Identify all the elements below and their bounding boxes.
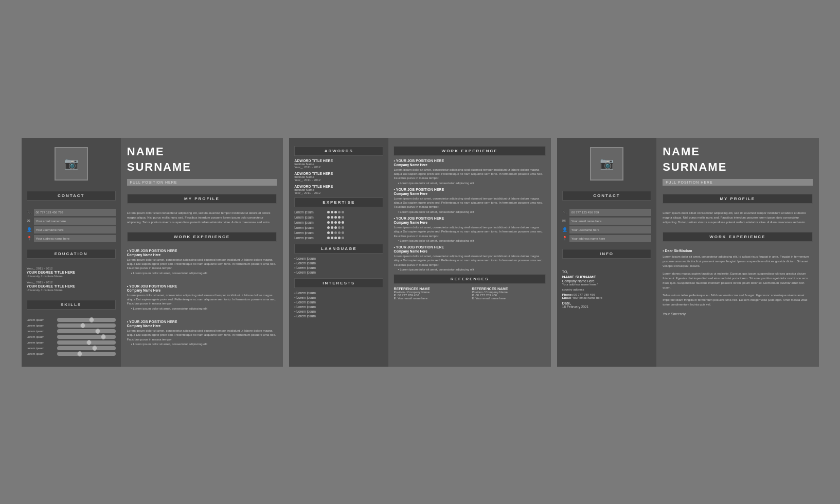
location-icon-3: 📍 <box>562 236 567 241</box>
adwords-header: ADWORDS <box>294 146 383 156</box>
references-list: REFERENCES NAME Position / Company Name … <box>394 287 545 300</box>
contact-header-1: CONTACT <box>27 191 116 201</box>
main-col-3: NAME SURNAME FULL POSITION HERE MY PROFI… <box>656 138 818 367</box>
interests-list: Lorem ipsum Lorem ipsum Lorem ipsum Lore… <box>294 291 383 318</box>
resume-container: CONTACT 📞 00 777 123 456 789 ✉ Your emai… <box>22 138 819 367</box>
work-header-3: WORK EXPERIENCE <box>663 232 812 242</box>
edu-year-2: Year_, 2011 - 2012 <box>27 281 116 284</box>
edu-degree-1: YOUR DEGREE TITLE HERE <box>27 271 116 274</box>
profile-text-1: Lorem ipsum dolor sitset consectetur adi… <box>127 211 277 225</box>
job-3-1: Dear Sir/Madam Lorem ipsum dolor sit ame… <box>663 249 812 316</box>
sincerely-3: Your Sincerely <box>663 312 812 316</box>
adwords-list: ADWORD TITLE HERE Institute Name Year_, … <box>294 159 383 194</box>
main-col-1: NAME SURNAME FULL POSITION HERE MY PROFI… <box>121 138 283 367</box>
surname-3: SURNAME <box>663 161 812 173</box>
contact-email-3: ✉ Your email name here <box>562 218 651 225</box>
contact-header-3: CONTACT <box>562 191 651 201</box>
photo-placeholder-1 <box>55 147 88 181</box>
col-left-2: ADWORDS ADWORD TITLE HERE Institute Name… <box>289 138 388 367</box>
ref-2: REFERENCES NAME Position / Company Name … <box>472 287 546 300</box>
adword-3: ADWORD TITLE HERE Institute Name Year_, … <box>294 185 383 194</box>
contact-phone-3: 📞 00 777 123 456 789 <box>562 209 651 216</box>
photo-placeholder-3 <box>590 147 623 181</box>
expertise-header: EXPERTISE <box>294 197 383 207</box>
work-header-2: WORK EXPERIENCE <box>394 146 545 156</box>
location-icon-1: 📍 <box>27 236 32 241</box>
resume-card-3: CONTACT 📞 00 777 123 456 789 ✉ Your emai… <box>557 138 819 367</box>
job-2-1: YOUR JOB POSITION HERE Company Name Here… <box>394 159 545 185</box>
job-1-1: YOUR JOB POSITION HERE Company Name Here… <box>127 249 277 277</box>
edu-inst-1: University / Institute Name <box>27 275 116 278</box>
contact-address-3: 📍 Your address name here <box>562 235 651 242</box>
education-list-1: Year_, 2011 - 2012 YOUR DEGREE TITLE HER… <box>27 267 116 295</box>
edu-degree-2: YOUR DEGREE TITLE HERE <box>27 284 116 288</box>
interests-header: INTERESTS <box>294 278 383 288</box>
edu-year-1: Year_, 2011 - 2012 <box>27 267 116 270</box>
skills-list-1: Lorem ipsum Lorem ipsum Lorem ipsum Lore… <box>27 318 116 357</box>
job-1-2: YOUR JOB POSITION HERE Company Name Here… <box>127 284 277 313</box>
contact-list-3: 📞 00 777 123 456 789 ✉ Your email name h… <box>562 209 651 244</box>
expertise-list: Lorem ipsum Lorem ipsum Lorem ipsum Lore… <box>294 210 383 240</box>
contact-user-3: 👤 Your username here <box>562 226 651 233</box>
ref-1: REFERENCES NAME Position / Company Name … <box>394 287 468 300</box>
education-header-1: EDUCATION <box>27 249 116 259</box>
edu-inst-2: University / Institute Name <box>27 289 116 292</box>
phone-icon-1: 📞 <box>27 210 32 214</box>
user-icon-1: 👤 <box>27 227 32 232</box>
resume-card-1: CONTACT 📞 00 777 123 456 789 ✉ Your emai… <box>22 138 283 367</box>
contact-email-1: ✉ Your email name here <box>27 218 116 225</box>
resume-card-2: ADWORDS ADWORD TITLE HERE Institute Name… <box>289 138 551 367</box>
info-header-3: INFO <box>562 249 651 259</box>
position-1: FULL POSITION HERE <box>127 179 277 186</box>
phone-icon-3: 📞 <box>562 210 567 214</box>
contact-address-1: 📍 Your address name here <box>27 235 116 242</box>
position-3: FULL POSITION HERE <box>663 179 812 186</box>
surname-1: SURNAME <box>127 161 277 173</box>
skills-header-1: SKILLS <box>27 300 116 310</box>
sidebar-3: CONTACT 📞 00 777 123 456 789 ✉ Your emai… <box>557 138 656 367</box>
info-block-3: TO, NAME SURNAME Company Name Here Your … <box>562 270 651 309</box>
profile-text-3: Lorem ipsum dolor sitset consectetur adi… <box>663 211 812 225</box>
name-1: NAME <box>127 146 277 157</box>
adword-2: ADWORD TITLE HERE Institute Name Year_, … <box>294 172 383 182</box>
profile-header-3: MY PROFILE <box>663 194 812 204</box>
sidebar-1: CONTACT 📞 00 777 123 456 789 ✉ Your emai… <box>22 138 121 367</box>
name-3: NAME <box>663 146 812 157</box>
job-1-3: YOUR JOB POSITION HERE Company Name Here… <box>127 320 277 348</box>
language-list: Lorem ipsum Lorem ipsum Lorem ipsum Lore… <box>294 257 383 274</box>
email-icon-3: ✉ <box>562 219 567 223</box>
job-2-4: YOUR JOB POSITION HERE Company Name Here… <box>394 245 545 271</box>
contact-phone-1: 📞 00 777 123 456 789 <box>27 209 116 216</box>
user-icon-3: 👤 <box>562 227 567 232</box>
job-2-3: YOUR JOB POSITION HERE Company Name Here… <box>394 217 545 242</box>
adword-1: ADWORD TITLE HERE Institute Name Year_, … <box>294 159 383 169</box>
contact-user-1: 👤 Your username here <box>27 226 116 233</box>
job-2-2: YOUR JOB POSITION HERE Company Name Here… <box>394 188 545 213</box>
references-header: REFERENCES <box>394 274 545 284</box>
col-right-2: WORK EXPERIENCE YOUR JOB POSITION HERE C… <box>388 138 550 367</box>
email-icon-1: ✉ <box>27 219 32 223</box>
profile-header-1: MY PROFILE <box>127 194 277 204</box>
work-header-1: WORK EXPERIENCE <box>127 232 277 242</box>
language-header: LAANGUAGE <box>294 244 383 254</box>
contact-list-1: 📞 00 777 123 456 789 ✉ Your email name h… <box>27 209 116 244</box>
